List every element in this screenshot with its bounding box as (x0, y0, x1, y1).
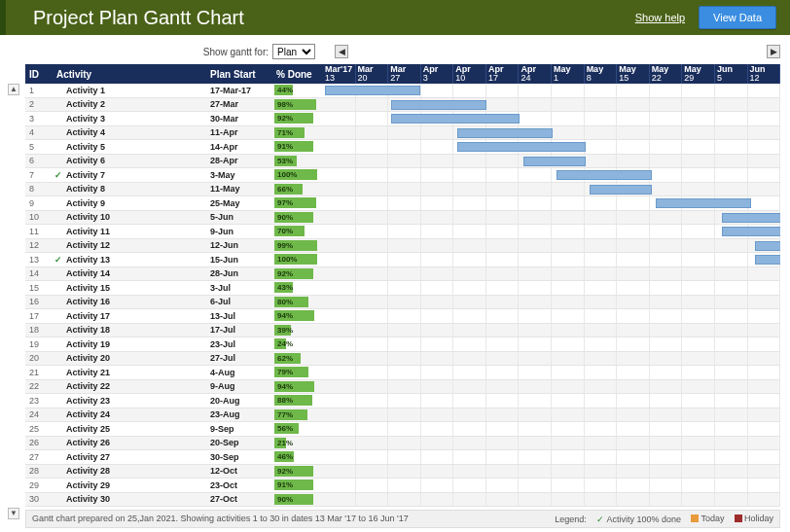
table-row[interactable]: 4Activity 411-Apr71% (25, 126, 323, 141)
cell-plan-start: 12-Jun (208, 240, 274, 250)
cell-id: 13 (25, 255, 53, 265)
gantt-bar[interactable] (590, 185, 652, 195)
gantt-bar[interactable] (755, 241, 780, 251)
table-row[interactable]: 10Activity 105-Jun90% (25, 211, 323, 226)
gantt-row (323, 366, 780, 380)
gantt-bar[interactable] (457, 128, 553, 138)
cell-id: 7 (25, 170, 53, 180)
scroll-down-icon[interactable]: ▼ (8, 508, 19, 519)
table-row[interactable]: 7✓Activity 73-May100% (25, 168, 323, 183)
cell-id: 9 (25, 198, 53, 208)
timeline-col: Apr3 (421, 64, 454, 84)
cell-activity: Activity 3 (53, 114, 208, 124)
cell-activity: Activity 28 (53, 466, 208, 476)
table-row[interactable]: 3Activity 330-Mar92% (25, 112, 323, 126)
table-row[interactable]: 19Activity 1923-Jul24% (25, 337, 323, 352)
table-row[interactable]: 20Activity 2027-Jul62% (25, 352, 323, 367)
cell-plan-start: 4-Aug (208, 368, 274, 377)
cell-plan-start: 9-Jun (208, 227, 274, 236)
cell-plan-start: 23-Aug (208, 409, 274, 419)
timeline-col: May1 (552, 64, 585, 84)
cell-pct-done: 77% (274, 409, 323, 420)
table-row[interactable]: 17Activity 1713-Jul94% (25, 309, 323, 324)
table-row[interactable]: 1Activity 117-Mar-1744% (25, 84, 323, 98)
table-row[interactable]: 8Activity 811-May66% (25, 183, 323, 197)
gantt-bar[interactable] (523, 157, 586, 166)
table-row[interactable]: 12Activity 1212-Jun99% (25, 239, 323, 254)
table-row[interactable]: 15Activity 153-Jul43% (25, 281, 323, 296)
gantt-for-select[interactable]: Plan (272, 44, 315, 59)
cell-plan-start: 9-Aug (208, 381, 274, 391)
cell-activity: Activity 29 (53, 480, 208, 490)
cell-plan-start: 17-Mar-17 (208, 86, 274, 95)
cell-plan-start: 5-Jun (208, 212, 274, 222)
table-row[interactable]: 26Activity 2620-Sep21% (25, 437, 323, 451)
gantt-bar[interactable] (557, 170, 652, 180)
activity-table: ID Activity Plan Start % Done 1Activity … (25, 64, 323, 507)
table-row[interactable]: 21Activity 214-Aug79% (25, 366, 323, 380)
cell-plan-start: 28-Apr (208, 156, 274, 165)
table-row[interactable]: 29Activity 2923-Oct91% (25, 479, 323, 493)
cell-activity: Activity 4 (53, 127, 208, 137)
cell-pct-done: 66% (274, 184, 323, 195)
status-text: Gantt chart prepared on 25,Jan 2021. Sho… (32, 514, 409, 524)
gantt-row (323, 465, 780, 479)
col-header-id: ID (25, 69, 53, 80)
table-row[interactable]: 30Activity 3027-Oct90% (25, 493, 323, 508)
gantt-row (323, 309, 780, 324)
table-row[interactable]: 6Activity 628-Apr53% (25, 155, 323, 169)
scroll-up-icon[interactable]: ▲ (8, 84, 19, 95)
cell-plan-start: 20-Aug (208, 396, 274, 406)
table-row[interactable]: 25Activity 259-Sep56% (25, 422, 323, 437)
table-row[interactable]: 27Activity 2730-Sep46% (25, 450, 323, 465)
gantt-bar[interactable] (755, 255, 780, 265)
gantt-row (323, 112, 780, 126)
cell-plan-start: 12-Oct (208, 466, 274, 476)
table-row[interactable]: 28Activity 2812-Oct92% (25, 465, 323, 479)
gantt-bar[interactable] (391, 100, 486, 110)
cell-activity: ✓Activity 13 (53, 255, 208, 265)
check-icon: ✓ (596, 514, 604, 524)
cell-pct-done: 94% (274, 310, 323, 321)
table-row[interactable]: 14Activity 1428-Jun92% (25, 267, 323, 282)
gantt-row (323, 281, 780, 296)
cell-plan-start: 13-Jul (208, 311, 274, 321)
cell-pct-done: 62% (274, 353, 323, 364)
table-row[interactable]: 18Activity 1817-Jul39% (25, 324, 323, 338)
cell-activity: Activity 18 (53, 325, 208, 335)
table-row[interactable]: 11Activity 119-Jun70% (25, 225, 323, 239)
cell-plan-start: 3-May (208, 170, 274, 180)
show-help-link[interactable]: Show help (635, 12, 685, 23)
table-row[interactable]: 23Activity 2320-Aug88% (25, 394, 323, 408)
timeline-scroll-left[interactable]: ◀ (335, 45, 348, 58)
table-row[interactable]: 5Activity 514-Apr91% (25, 140, 323, 155)
cell-pct-done: 43% (274, 282, 323, 293)
table-row[interactable]: 9Activity 925-May97% (25, 196, 323, 211)
table-row[interactable]: 24Activity 2423-Aug77% (25, 408, 323, 423)
table-row[interactable]: 16Activity 166-Jul80% (25, 296, 323, 310)
cell-activity: Activity 30 (53, 494, 208, 504)
table-row[interactable]: 13✓Activity 1315-Jun100% (25, 253, 323, 267)
gantt-row (323, 450, 780, 465)
timeline-scroll-right[interactable]: ▶ (767, 45, 780, 58)
gantt-bar[interactable] (325, 86, 420, 95)
cell-id: 2 (25, 99, 53, 109)
table-row[interactable]: 22Activity 229-Aug94% (25, 380, 323, 395)
table-row[interactable]: 2Activity 227-Mar98% (25, 98, 323, 113)
cell-id: 28 (25, 466, 53, 476)
gantt-bar[interactable] (722, 227, 780, 236)
gantt-bar[interactable] (722, 213, 780, 223)
gantt-bar[interactable] (457, 142, 586, 152)
timeline-col: Mar27 (388, 64, 421, 84)
timeline-col: Mar20 (356, 64, 389, 84)
cell-pct-done: 92% (274, 113, 323, 124)
view-data-button[interactable]: View Data (699, 6, 776, 29)
cell-plan-start: 25-May (208, 198, 274, 208)
cell-id: 25 (25, 424, 53, 434)
cell-pct-done: 21% (274, 438, 323, 448)
cell-activity: Activity 25 (53, 424, 208, 434)
gantt-bar[interactable] (656, 198, 751, 208)
gantt-bar[interactable] (391, 114, 520, 124)
cell-activity: Activity 1 (53, 86, 208, 95)
cell-id: 1 (25, 86, 53, 95)
